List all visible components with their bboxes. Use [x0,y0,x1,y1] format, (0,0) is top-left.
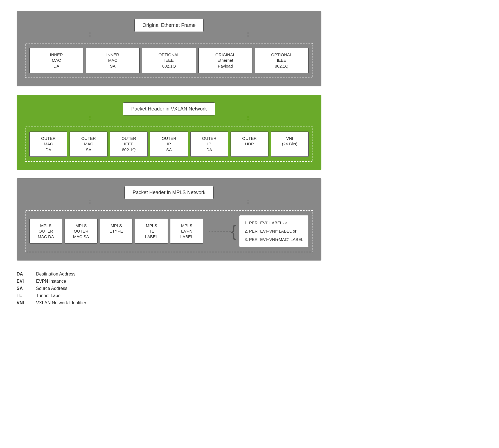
mpls-option-3: 3. PER “EVI+VNI+MAC” LABEL [244,235,303,244]
vline-left [90,32,90,38]
vxlan-title-row: Packet Header in VXLAN Network [123,102,215,115]
original-connector [90,32,248,38]
outer-mac-sa: OUTERMACSA [70,132,108,157]
original-ethernet-payload: ORIGINALEthernetPayload [198,48,252,73]
mpls-dashed-connector [209,231,231,231]
optional-ieee-8021q-1: OPTIONALIEEE802.1Q [142,48,196,73]
mpls-option-1: 1. PER “EVI” LABEL or [244,219,303,227]
mpls-outer-mac-sa: MPLSOUTERMAC SA [65,219,98,244]
original-ethernet-panel: Original Ethernet Frame INNERMACDA INNER… [17,11,321,86]
legend: DA Destination Address EVI EVPN Instance… [17,272,183,305]
mpls-connector [90,200,248,205]
vline-left [90,116,90,122]
mpls-panel: Packet Header in MPLS Network MPLSOUTERM… [17,178,321,261]
vxlan-panel: Packet Header in VXLAN Network OUTERMACD… [17,95,321,170]
vline-right [248,32,248,38]
legend-desc-tl: Tunnel Label [36,293,183,298]
vline-right [248,200,248,205]
outer-udp: OUTERUDP [231,132,268,157]
vni-24bits: VNI(24 Bits) [271,132,309,157]
mpls-title: Packet Header in MPLS Network [124,186,213,199]
mpls-evpn-label: MPLSEVPNLABEL [170,219,203,244]
legend-desc-sa: Source Address [36,286,183,291]
vline-right [248,116,248,122]
vxlan-dashed-box: OUTERMACDA OUTERMACSA OUTERIEEE802.1Q OU… [25,127,313,162]
mpls-option-2: 2. PER “EVI+VNI” LABEL or [244,227,303,235]
main-diagram: Original Ethernet Frame INNERMACDA INNER… [17,11,321,305]
inner-mac-sa: INNERMACSA [86,48,140,73]
outer-ip-da: OUTERIPDA [190,132,228,157]
mpls-tl-label: MPLSTLLABEL [135,219,168,244]
mpls-etype: MPLSETYPE [100,219,133,244]
legend-abbr-evi: EVI [17,279,33,284]
mpls-row-wrapper: MPLSOUTERMAC DA MPLSOUTERMAC SA MPLSETYP… [29,215,309,247]
curly-brace-icon: { [231,223,236,240]
optional-ieee-8021q-2: OPTIONALIEEE802.1Q [255,48,309,73]
vxlan-title-wrapper: Packet Header in VXLAN Network [25,102,313,122]
outer-mac-da: OUTERMACDA [29,132,67,157]
vxlan-connector [90,116,248,122]
mpls-arrow-area: { 1. PER “EVI” LABEL or 2. PER “EVI+VNI”… [209,215,309,247]
mpls-title-wrapper: Packet Header in MPLS Network [25,186,313,205]
original-ethernet-title: Original Ethernet Frame [134,19,204,32]
outer-ip-sa: OUTERIPSA [150,132,188,157]
mpls-outer-mac-da: MPLSOUTERMAC DA [29,219,62,244]
original-cells-row: INNERMACDA INNERMACSA OPTIONALIEEE802.1Q… [29,48,309,73]
vxlan-title: Packet Header in VXLAN Network [123,102,215,115]
legend-abbr-sa: SA [17,286,33,291]
original-title-row: Original Ethernet Frame [134,19,204,32]
legend-abbr-da: DA [17,272,33,277]
legend-abbr-tl: TL [17,293,33,298]
vxlan-cells-row: OUTERMACDA OUTERMACSA OUTERIEEE802.1Q OU… [29,132,309,157]
vline-left [90,200,90,205]
legend-desc-da: Destination Address [36,272,183,277]
inner-mac-da: INNERMACDA [29,48,83,73]
mpls-dashed-box: MPLSOUTERMAC DA MPLSOUTERMAC SA MPLSETYP… [25,210,313,252]
mpls-cells-row: MPLSOUTERMAC DA MPLSOUTERMAC SA MPLSETYP… [29,219,203,244]
mpls-title-row: Packet Header in MPLS Network [124,186,213,199]
legend-abbr-vni: VNI [17,300,33,305]
legend-desc-evi: EVPN Instance [36,279,183,284]
legend-desc-vni: VXLAN Network Identifier [36,300,183,305]
mpls-label-options: 1. PER “EVI” LABEL or 2. PER “EVI+VNI” L… [239,215,309,247]
outer-ieee-8021q: OUTERIEEE802.1Q [110,132,148,157]
original-dashed-box: INNERMACDA INNERMACSA OPTIONALIEEE802.1Q… [25,43,313,78]
original-title-wrapper: Original Ethernet Frame [25,19,313,38]
